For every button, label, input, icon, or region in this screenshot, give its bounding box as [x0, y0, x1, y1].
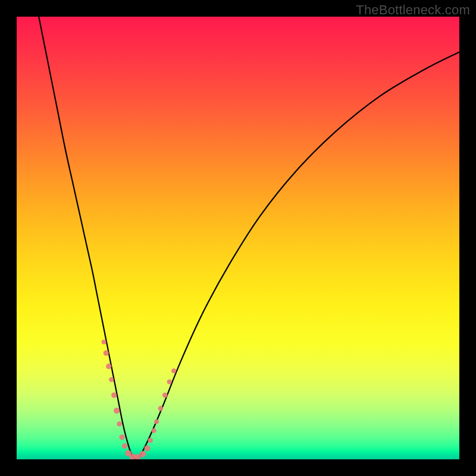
- chart-frame: TheBottleneck.com: [0, 0, 476, 476]
- valley-dot: [171, 368, 176, 373]
- valley-dot: [119, 434, 124, 440]
- valley-dot: [167, 380, 172, 384]
- valley-dot: [109, 377, 114, 382]
- valley-dot: [114, 408, 120, 414]
- valley-dot: [102, 340, 107, 345]
- valley-dot: [152, 428, 156, 433]
- valley-dot: [148, 438, 153, 443]
- valley-dot: [122, 443, 127, 449]
- valley-dot: [140, 451, 146, 458]
- valley-dot: [106, 364, 111, 369]
- valley-dot: [144, 445, 150, 451]
- valley-dot: [162, 393, 168, 398]
- valley-dot: [117, 421, 122, 427]
- watermark-text: TheBottleneck.com: [356, 2, 470, 18]
- valley-dot: [104, 350, 109, 356]
- valley-dot: [154, 419, 159, 424]
- valley-dot: [111, 392, 117, 397]
- curve-layer: [17, 17, 459, 459]
- valley-dot: [158, 406, 164, 411]
- bottleneck-curve: [39, 17, 459, 459]
- plot-area: [17, 17, 459, 459]
